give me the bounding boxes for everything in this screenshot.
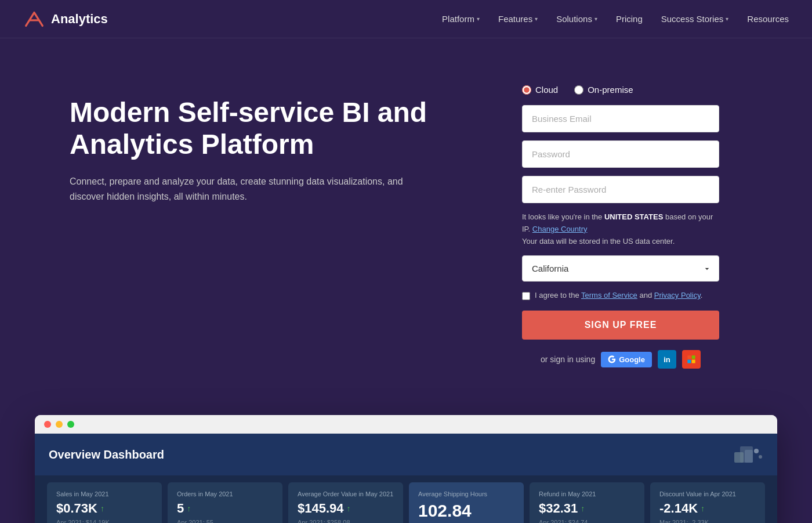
- chevron-down-icon: ▾: [535, 16, 538, 22]
- nav-features[interactable]: Features ▾: [498, 14, 538, 24]
- hero-left: Modern Self-service BI and Analytics Pla…: [70, 85, 476, 204]
- svg-rect-1: [692, 356, 695, 359]
- cloud-option[interactable]: Cloud: [522, 85, 558, 95]
- chevron-down-icon: ▾: [594, 16, 597, 22]
- kpi-card-refund: Refund in May 2021 $32.31 ↑ Apr 2021: $2…: [530, 482, 644, 523]
- nav-success-stories[interactable]: Success Stories ▾: [661, 14, 729, 24]
- deployment-radio-group: Cloud On-premise: [522, 85, 719, 95]
- kpi-row: Sales in May 2021 $0.73K ↑ Apr 2021: $14…: [35, 475, 777, 523]
- hero-subtitle: Connect, prepare and analyze your data, …: [70, 174, 406, 204]
- cloud-radio[interactable]: [522, 85, 531, 95]
- svg-rect-0: [687, 356, 691, 359]
- google-signin-button[interactable]: Google: [601, 352, 652, 367]
- dashboard-title: Overview Dashboard: [49, 448, 164, 461]
- nav-resources[interactable]: Resources: [747, 14, 789, 24]
- browser-dot-red: [44, 421, 51, 428]
- change-country-link[interactable]: Change Country: [532, 225, 588, 233]
- kpi-card-orders: Orders in May 2021 5 ↑ Apr 2021: 55: [168, 482, 282, 523]
- browser-dot-green: [67, 421, 74, 428]
- logo[interactable]: Analytics: [23, 8, 108, 30]
- kpi-card-discount: Discount Value in Apr 2021 -2.14K ↑ Mar …: [650, 482, 765, 523]
- linkedin-signin-button[interactable]: in: [658, 350, 676, 369]
- terms-row: I agree to the Terms of Service and Priv…: [522, 291, 719, 300]
- office-icon: [687, 355, 696, 364]
- nav-pricing[interactable]: Pricing: [616, 14, 643, 24]
- logo-icon: [23, 8, 45, 30]
- social-login: or sign in using Google in: [522, 350, 719, 369]
- dashboard-decoration-icon: [705, 444, 763, 465]
- state-select[interactable]: California Texas New York Florida Washin…: [522, 255, 719, 282]
- chevron-down-icon: ▾: [477, 16, 480, 22]
- logo-text: Analytics: [51, 12, 108, 27]
- dashboard-preview: Overview Dashboard Sales in May 2021 $0.…: [35, 415, 777, 523]
- svg-rect-3: [692, 360, 695, 363]
- reenter-password-field[interactable]: [522, 176, 719, 203]
- signup-form: Cloud On-premise It looks like you're in…: [522, 85, 719, 369]
- svg-rect-5: [745, 450, 753, 463]
- dashboard-icon-group: [705, 444, 763, 465]
- privacy-link[interactable]: Privacy Policy: [654, 291, 701, 300]
- chevron-down-icon: ▾: [726, 16, 728, 22]
- hero-title: Modern Self-service BI and Analytics Pla…: [70, 96, 476, 160]
- onpremise-radio[interactable]: [574, 85, 583, 95]
- password-field[interactable]: [522, 140, 719, 168]
- office-signin-button[interactable]: [682, 350, 701, 369]
- terms-link[interactable]: Terms of Service: [581, 291, 637, 300]
- browser-bar: [35, 415, 777, 434]
- browser-dot-yellow: [56, 421, 63, 428]
- svg-point-8: [759, 455, 762, 459]
- hero-section: Modern Self-service BI and Analytics Pla…: [0, 38, 812, 403]
- email-field[interactable]: [522, 105, 719, 132]
- location-notice: It looks like you're in the UNITED STATE…: [522, 211, 719, 247]
- terms-checkbox[interactable]: [522, 292, 530, 300]
- svg-rect-2: [687, 360, 691, 363]
- nav-platform[interactable]: Platform ▾: [442, 14, 480, 24]
- signup-button[interactable]: SIGN UP FREE: [522, 311, 719, 340]
- nav-solutions[interactable]: Solutions ▾: [556, 14, 597, 24]
- kpi-card-sales: Sales in May 2021 $0.73K ↑ Apr 2021: $14…: [47, 482, 162, 523]
- dashboard-header: Overview Dashboard: [35, 434, 777, 475]
- kpi-card-avg-order: Average Order Value in May 2021 $145.94 …: [288, 482, 403, 523]
- svg-rect-6: [734, 452, 744, 463]
- dashboard-inner: Overview Dashboard Sales in May 2021 $0.…: [35, 434, 777, 523]
- navbar: Analytics Platform ▾ Features ▾ Solution…: [0, 0, 812, 38]
- onpremise-option[interactable]: On-premise: [574, 85, 633, 95]
- google-icon: [608, 355, 616, 363]
- nav-links: Platform ▾ Features ▾ Solutions ▾ Pricin…: [442, 14, 789, 24]
- kpi-card-shipping: Average Shipping Hours 102.84: [409, 482, 524, 523]
- svg-point-7: [754, 449, 759, 453]
